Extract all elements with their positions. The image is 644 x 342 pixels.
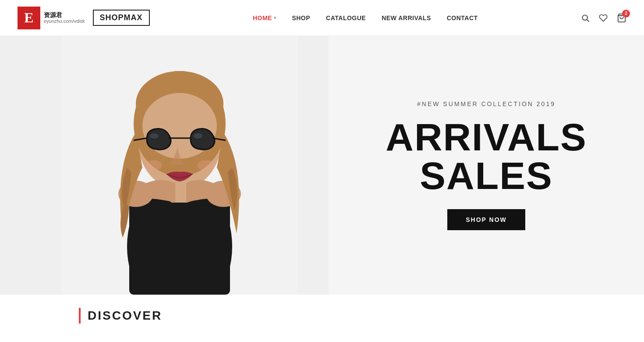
- nav-item-contact[interactable]: CONTACT: [447, 14, 478, 21]
- discover-title: DISCOVER: [88, 309, 162, 323]
- svg-point-21: [194, 133, 202, 139]
- nav-item-home[interactable]: HOME ▾: [253, 14, 276, 21]
- logo-url: eyunzhu.com/vdisk: [44, 18, 85, 24]
- hero-content: #NEW SUMMER COLLECTION 2019 ARRIVALS SAL…: [329, 36, 644, 295]
- hero-subtitle: #NEW SUMMER COLLECTION 2019: [417, 100, 556, 107]
- nav-item-catalogue[interactable]: CATALOGUE: [326, 14, 366, 21]
- wishlist-icon[interactable]: [598, 14, 608, 22]
- svg-point-17: [197, 160, 215, 171]
- nav-item-new-arrivals[interactable]: NEW ARRIVALS: [382, 14, 431, 21]
- cart-badge: 2: [622, 10, 630, 18]
- logo-shopmax[interactable]: SHOPMAX: [93, 10, 150, 26]
- header: E 资源君 eyunzhu.com/vdisk SHOPMAX HOME ▾ S…: [0, 0, 644, 36]
- hero-section: #NEW SUMMER COLLECTION 2019 ARRIVALS SAL…: [0, 36, 644, 295]
- cart-icon[interactable]: 2: [617, 13, 626, 23]
- discover-accent: [79, 308, 81, 324]
- header-icons: 2: [581, 13, 626, 23]
- logo-chinese: 资源君: [44, 11, 85, 19]
- hero-title: ARRIVALS SALES: [329, 118, 644, 195]
- main-nav: HOME ▾ SHOP CATALOGUE NEW ARRIVALS CONTA…: [253, 14, 478, 21]
- svg-point-20: [150, 133, 159, 139]
- discover-section: DISCOVER: [0, 295, 644, 328]
- chevron-down-icon: ▾: [274, 15, 276, 20]
- hero-image: [0, 36, 329, 295]
- logo-e-icon: E: [18, 7, 40, 29]
- svg-point-16: [145, 160, 162, 171]
- hero-person-figure: [61, 36, 298, 295]
- logo-box[interactable]: E 资源君 eyunzhu.com/vdisk: [18, 7, 85, 29]
- logo-text: 资源君 eyunzhu.com/vdisk: [44, 11, 85, 25]
- svg-rect-5: [129, 194, 230, 295]
- svg-line-1: [587, 19, 589, 21]
- nav-item-shop[interactable]: SHOP: [292, 14, 310, 21]
- search-icon[interactable]: [581, 14, 590, 22]
- shop-now-button[interactable]: SHOP NOW: [447, 209, 525, 230]
- logo-area: E 资源君 eyunzhu.com/vdisk SHOPMAX: [18, 7, 150, 29]
